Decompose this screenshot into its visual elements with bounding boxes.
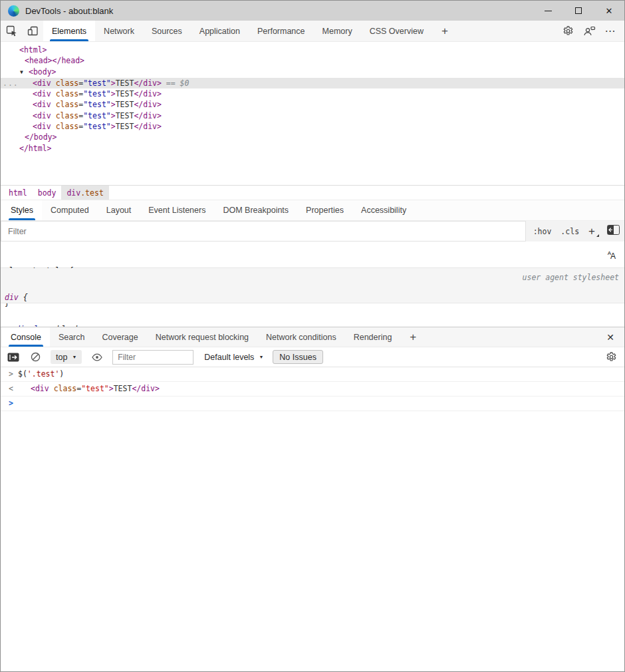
dom-tree-row[interactable]: <head></head> bbox=[1, 55, 624, 66]
dom-tree-row[interactable]: ▼<body> bbox=[1, 67, 624, 78]
code-token: TEST bbox=[116, 111, 134, 120]
styles-tab-computed[interactable]: Computed bbox=[42, 200, 98, 220]
tab-network[interactable]: Network bbox=[95, 21, 143, 41]
more-options-icon[interactable]: ⋯ bbox=[602, 25, 619, 37]
tab-application[interactable]: Application bbox=[191, 21, 249, 41]
titlebar: DevTools - about:blank ✕ bbox=[1, 1, 624, 21]
add-panel-button[interactable]: + bbox=[432, 21, 457, 41]
gear-icon bbox=[606, 351, 617, 363]
add-drawer-tab-button[interactable]: + bbox=[400, 327, 426, 347]
chevron-down-icon: ▼ bbox=[259, 355, 263, 359]
breadcrumb-item[interactable]: html bbox=[3, 186, 33, 200]
console-settings-button[interactable] bbox=[606, 351, 617, 363]
drawer-tab-network-conditions[interactable]: Network conditions bbox=[257, 327, 345, 347]
code-token: > bbox=[111, 122, 116, 131]
crumb-token: html bbox=[9, 188, 27, 198]
dom-tree-row[interactable]: <html> bbox=[1, 45, 624, 55]
styles-tab-styles[interactable]: Styles bbox=[2, 200, 42, 220]
code-token: <body> bbox=[29, 67, 57, 77]
tab-memory[interactable]: Memory bbox=[314, 21, 361, 41]
tab-sources[interactable]: Sources bbox=[143, 21, 191, 41]
dom-tree-row[interactable]: <div class="test">TEST</div> bbox=[1, 110, 624, 121]
computed-sidebar-toggle[interactable] bbox=[607, 225, 620, 238]
rule-selector[interactable]: div bbox=[5, 293, 19, 302]
window-controls: ✕ bbox=[533, 1, 624, 21]
dom-tree-row[interactable]: <div class="test">TEST</div> bbox=[1, 99, 624, 110]
edge-logo-icon bbox=[8, 5, 19, 17]
minimize-button[interactable] bbox=[533, 1, 563, 21]
drawer-tabs: ConsoleSearchCoverageNetwork request blo… bbox=[2, 327, 400, 347]
dom-tree-row[interactable]: </body> bbox=[1, 132, 624, 142]
console-command: >$('.test') bbox=[1, 367, 624, 382]
console-sidebar-toggle[interactable] bbox=[7, 353, 19, 362]
window-title: DevTools - about:blank bbox=[25, 6, 113, 16]
feedback-icon[interactable] bbox=[580, 26, 598, 37]
element-style-rule[interactable]: element.style { } AA bbox=[1, 242, 624, 268]
styles-tab-properties[interactable]: Properties bbox=[297, 200, 352, 220]
close-drawer-button[interactable]: ✕ bbox=[600, 327, 620, 347]
code-token: > bbox=[111, 100, 116, 109]
dom-tree-row[interactable]: </html> bbox=[1, 143, 624, 154]
drawer-tab-network-request-blocking[interactable]: Network request blocking bbox=[147, 327, 257, 347]
code-token: TEST bbox=[116, 122, 134, 131]
prompt-chevron-icon: > bbox=[9, 399, 13, 408]
styles-tab-accessibility[interactable]: Accessibility bbox=[352, 200, 415, 220]
styles-tabbar: StylesComputedLayoutEvent ListenersDOM B… bbox=[1, 200, 624, 221]
log-levels-dropdown[interactable]: Default levels ▼ bbox=[204, 353, 263, 362]
minimize-icon bbox=[545, 11, 552, 11]
console-sidebar-icon bbox=[7, 353, 19, 362]
maximize-icon bbox=[575, 7, 582, 14]
inspect-element-button[interactable] bbox=[1, 21, 22, 41]
tab-elements[interactable]: Elements bbox=[43, 21, 95, 41]
breadcrumb-item[interactable]: body bbox=[33, 186, 62, 200]
crumb-token: body bbox=[38, 188, 57, 198]
code-token: </body> bbox=[25, 132, 57, 142]
console-filter-input[interactable] bbox=[112, 350, 193, 365]
command-chevron-icon: > bbox=[9, 370, 13, 379]
drawer-tab-search[interactable]: Search bbox=[50, 327, 94, 347]
maximize-button[interactable] bbox=[563, 1, 594, 21]
result-chevron-icon: < bbox=[9, 385, 13, 393]
tab-performance[interactable]: Performance bbox=[249, 21, 314, 41]
code-token: TEST bbox=[116, 100, 134, 109]
pseudo-state-toggle[interactable]: :hov bbox=[533, 227, 552, 236]
dom-tree-row[interactable]: <div class="test">TEST</div> bbox=[1, 88, 624, 99]
code-token: "test" bbox=[83, 111, 111, 120]
styles-filter-input[interactable] bbox=[1, 221, 526, 242]
tab-css-overview[interactable]: CSS Overview bbox=[361, 21, 432, 41]
user-agent-rule[interactable]: div { display: block; } user agent style… bbox=[1, 268, 624, 303]
styles-tab-layout[interactable]: Layout bbox=[98, 200, 140, 220]
code-token: <div bbox=[33, 111, 51, 120]
code-token: '.test' bbox=[27, 369, 59, 379]
clear-console-button[interactable] bbox=[30, 351, 41, 363]
drawer-tab-coverage[interactable]: Coverage bbox=[93, 327, 146, 347]
live-expression-button[interactable] bbox=[91, 353, 103, 362]
rule-selector-line[interactable]: div { bbox=[5, 292, 624, 303]
code-token: <html> bbox=[19, 45, 47, 55]
console-prompt[interactable]: > bbox=[1, 397, 624, 411]
code-token: <div bbox=[33, 122, 51, 131]
console-result[interactable]: <<div class="test">TEST</div> bbox=[1, 382, 624, 397]
selected-node-hint: == $0 bbox=[162, 79, 189, 88]
new-style-rule-button[interactable]: + bbox=[588, 226, 598, 237]
code-token: <div bbox=[33, 89, 51, 98]
close-button[interactable]: ✕ bbox=[594, 1, 624, 21]
breadcrumb-item[interactable]: div.test bbox=[61, 186, 108, 200]
drawer-tab-console[interactable]: Console bbox=[2, 327, 50, 347]
code-token: $( bbox=[18, 369, 27, 379]
drawer-tab-rendering[interactable]: Rendering bbox=[345, 327, 401, 347]
dom-tree-row[interactable]: <div class="test">TEST</div> bbox=[1, 121, 624, 132]
device-toolbar-icon[interactable] bbox=[22, 21, 43, 41]
execution-context-selector[interactable]: top ▼ bbox=[51, 350, 82, 364]
font-editor-icon[interactable]: AA bbox=[608, 251, 616, 261]
code-token: "test" bbox=[83, 100, 111, 109]
styles-tab-dom-breakpoints[interactable]: DOM Breakpoints bbox=[214, 200, 297, 220]
issues-badge[interactable]: No Issues bbox=[273, 350, 323, 364]
styles-tab-event-listeners[interactable]: Event Listeners bbox=[140, 200, 214, 220]
settings-gear-icon[interactable] bbox=[559, 25, 576, 37]
expand-arrow-icon[interactable]: ▼ bbox=[20, 67, 29, 78]
element-class-toggle[interactable]: .cls bbox=[561, 227, 579, 236]
chevron-down-icon: ▼ bbox=[72, 355, 76, 359]
dom-tree-row[interactable]: ...<div class="test">TEST</div> == $0 bbox=[1, 78, 624, 88]
code-token: "test" bbox=[83, 89, 111, 98]
